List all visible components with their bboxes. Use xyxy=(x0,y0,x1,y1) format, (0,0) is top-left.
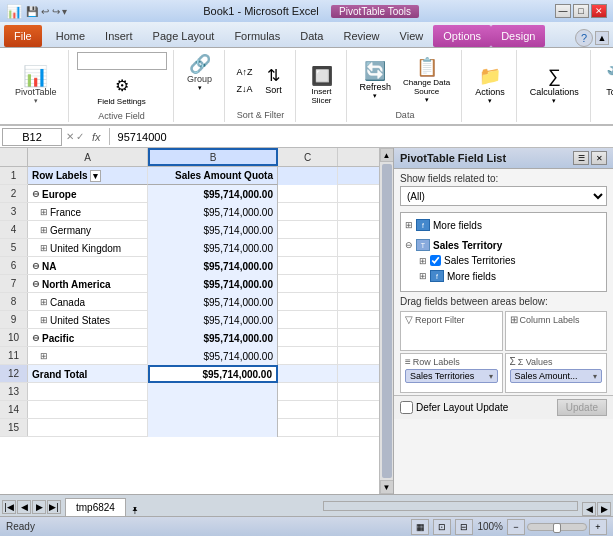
zoom-controls: − + xyxy=(507,519,607,535)
sheet-next-button[interactable]: ▶ xyxy=(32,500,46,514)
pivot-table-button[interactable]: 📊 PivotTable ▾ xyxy=(10,63,62,108)
scroll-up-button[interactable]: ▲ xyxy=(380,148,394,162)
zoom-slider-thumb xyxy=(553,523,561,533)
tab-page-layout[interactable]: Page Layout xyxy=(143,25,225,47)
group-button[interactable]: 🔗 Group ▾ xyxy=(182,52,218,95)
tab-design[interactable]: Design xyxy=(491,25,545,47)
column-headers: A B C xyxy=(0,148,379,167)
tab-options[interactable]: Options xyxy=(433,25,491,47)
table-row: 13 xyxy=(0,383,379,401)
active-field-settings-button[interactable]: ⚙ Field Settings xyxy=(93,73,149,109)
page-break-button[interactable]: ⊟ xyxy=(455,519,473,535)
tab-home[interactable]: Home xyxy=(46,25,95,47)
data-source-icon: 📋 xyxy=(416,56,438,78)
sigma-icon: Σ xyxy=(510,356,516,367)
cell-reference-input[interactable] xyxy=(2,128,62,146)
row-labels-dropdown[interactable]: ▾ xyxy=(90,170,101,182)
sheet-tab-add[interactable]: 🖈 xyxy=(126,505,144,516)
spreadsheet-container: A B C 1 Row Labels ▾ Sales Amount Quota … xyxy=(0,148,379,494)
tools-group: 🔧 Tools ▾ xyxy=(593,50,613,122)
sheet-prev-button[interactable]: ◀ xyxy=(17,500,31,514)
zoom-slider[interactable] xyxy=(527,523,587,531)
active-field-group: ⚙ Field Settings Active Field xyxy=(71,50,174,122)
sheet-nav: |◀ ◀ ▶ ▶| xyxy=(2,500,61,516)
values-area[interactable]: Σ Σ Values Sales Amount... ▾ xyxy=(505,353,608,393)
list-item: ⊞ Sales Territories xyxy=(405,253,602,268)
expand-icon[interactable]: ⊞ xyxy=(419,256,427,266)
status-right: ▦ ⊡ ⊟ 100% − + xyxy=(411,519,607,535)
formula-confirm-icon[interactable]: ✓ xyxy=(76,131,84,142)
help-button[interactable]: ? xyxy=(575,29,593,47)
ribbon-minimize-button[interactable]: ▲ xyxy=(595,31,609,45)
change-data-source-button[interactable]: 📋 Change DataSource ▾ xyxy=(398,53,455,107)
sort-icon: ⇅ xyxy=(267,66,280,85)
zoom-in-button[interactable]: + xyxy=(589,519,607,535)
column-labels-area[interactable]: ⊞ Column Labels xyxy=(505,311,608,351)
pivot-panel-title: PivotTable Field List xyxy=(400,152,506,164)
tab-data[interactable]: Data xyxy=(290,25,333,47)
horizontal-scroll-track[interactable] xyxy=(323,501,579,511)
scroll-thumb[interactable] xyxy=(382,164,392,478)
vertical-scrollbar[interactable]: ▲ ▼ xyxy=(379,148,393,494)
minimize-button[interactable]: — xyxy=(555,4,571,18)
page-layout-button[interactable]: ⊡ xyxy=(433,519,451,535)
sheet-first-button[interactable]: |◀ xyxy=(2,500,16,514)
pivot-footer: Defer Layout Update Update xyxy=(394,395,613,419)
table-row: 10 ⊖Pacific $95,714,000.00 xyxy=(0,329,379,347)
expand-icon[interactable]: ⊖ xyxy=(405,240,413,250)
update-button[interactable]: Update xyxy=(557,399,607,416)
insert-slicer-group: 🔲 InsertSlicer xyxy=(298,50,347,122)
tab-formulas[interactable]: Formulas xyxy=(224,25,290,47)
refresh-button[interactable]: 🔄 Refresh ▾ xyxy=(355,57,397,103)
close-button[interactable]: ✕ xyxy=(591,4,607,18)
formula-input[interactable] xyxy=(114,131,611,143)
sort-filter-group: A↑Z Z↓A ⇅ Sort Sort & Filter xyxy=(227,50,296,122)
zoom-out-button[interactable]: − xyxy=(507,519,525,535)
scroll-down-button[interactable]: ▼ xyxy=(380,480,394,494)
tab-insert[interactable]: Insert xyxy=(95,25,143,47)
sales-territories-checkbox[interactable] xyxy=(430,255,441,266)
pivot-panel-close-button[interactable]: ✕ xyxy=(591,151,607,165)
scroll-left-button[interactable]: ◀ xyxy=(582,502,596,516)
active-field-input[interactable] xyxy=(77,52,167,70)
list-item: ⊞ f More fields xyxy=(405,268,602,284)
values-item[interactable]: Sales Amount... ▾ xyxy=(510,369,603,383)
actions-icon: 📁 xyxy=(479,65,501,87)
expand-icon[interactable]: ⊞ xyxy=(419,271,427,281)
status-bar: Ready ▦ ⊡ ⊟ 100% − + xyxy=(0,516,613,536)
list-item: ⊞ f More fields xyxy=(405,217,602,233)
pivot-table-group: 📊 PivotTable ▾ xyxy=(4,50,69,122)
pivot-fields-list: ⊞ f More fields ⊖ T Sales Territory ⊞ Sa… xyxy=(400,212,607,292)
expand-icon[interactable]: ⊞ xyxy=(405,220,413,230)
actions-button[interactable]: 📁 Actions ▾ xyxy=(470,62,510,108)
sort-button[interactable]: ⇅ Sort xyxy=(259,63,289,98)
pivot-panel-list-view-button[interactable]: ☰ xyxy=(573,151,589,165)
status-ready-text: Ready xyxy=(6,521,35,532)
col-header-a: A xyxy=(28,148,148,166)
calculations-button[interactable]: ∑ Calculations ▾ xyxy=(525,63,584,108)
row-labels-area[interactable]: ≡ Row Labels Sales Territories ▾ xyxy=(400,353,503,393)
tab-file[interactable]: File xyxy=(4,25,42,47)
report-filter-area[interactable]: ▽ Report Filter xyxy=(400,311,503,351)
field-icon: f xyxy=(416,219,430,231)
ribbon-tabs: File Home Insert Page Layout Formulas Da… xyxy=(0,22,613,48)
tools-button[interactable]: 🔧 Tools ▾ xyxy=(599,62,613,108)
maximize-button[interactable]: □ xyxy=(573,4,589,18)
formula-cancel-icon[interactable]: ✕ xyxy=(66,131,74,142)
sheet-last-button[interactable]: ▶| xyxy=(47,500,61,514)
normal-view-button[interactable]: ▦ xyxy=(411,519,429,535)
sort-az-button[interactable]: A↑Z xyxy=(233,64,257,80)
tab-review[interactable]: Review xyxy=(333,25,389,47)
sheet-tab-tmp6824[interactable]: tmp6824 xyxy=(65,498,126,516)
sort-za-button[interactable]: Z↓A xyxy=(233,81,257,97)
table-row: 3 ⊞France $95,714,000.00 xyxy=(0,203,379,221)
insert-slicer-button[interactable]: 🔲 InsertSlicer xyxy=(304,62,340,108)
show-fields-dropdown[interactable]: (All) xyxy=(400,186,607,206)
add-sheet-icon: 🖈 xyxy=(130,505,140,516)
defer-layout-checkbox[interactable] xyxy=(400,401,413,414)
row-labels-item[interactable]: Sales Territories ▾ xyxy=(405,369,498,383)
tab-view[interactable]: View xyxy=(390,25,434,47)
sort-az-buttons: A↑Z Z↓A xyxy=(233,64,257,97)
scroll-right-button[interactable]: ▶ xyxy=(597,502,611,516)
col-header-b: B xyxy=(148,148,278,166)
